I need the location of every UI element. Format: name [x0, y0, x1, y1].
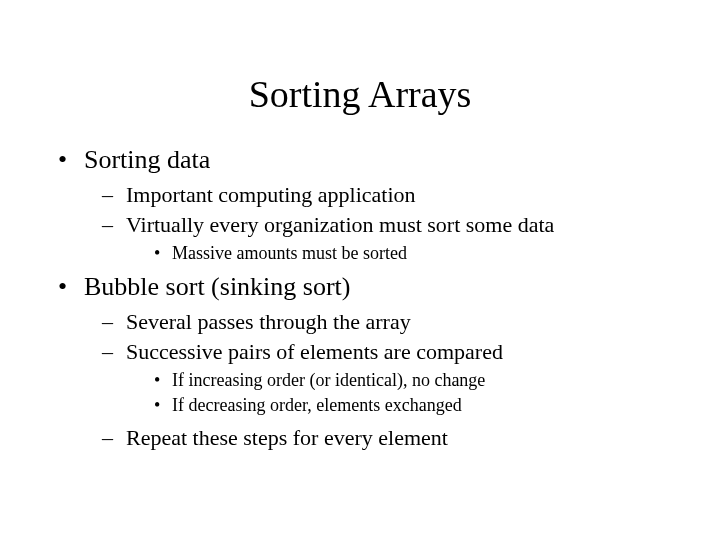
- bullet-list-lvl2: Important computing application Virtuall…: [84, 181, 680, 266]
- list-item: Successive pairs of elements are compare…: [98, 338, 680, 418]
- list-item: Massive amounts must be sorted: [150, 242, 680, 265]
- list-item: If increasing order (or identical), no c…: [150, 369, 680, 392]
- bullet-list-lvl1: Sorting data Important computing applica…: [54, 144, 680, 452]
- bullet-list-lvl3: Massive amounts must be sorted: [126, 242, 680, 265]
- bullet-text: Bubble sort (sinking sort): [84, 272, 351, 301]
- bullet-list-lvl3: If increasing order (or identical), no c…: [126, 369, 680, 418]
- bullet-text: If increasing order (or identical), no c…: [172, 370, 485, 390]
- slide: Sorting Arrays Sorting data Important co…: [0, 72, 720, 540]
- list-item: Bubble sort (sinking sort) Several passe…: [54, 271, 680, 452]
- bullet-text: Massive amounts must be sorted: [172, 243, 407, 263]
- list-item: Sorting data Important computing applica…: [54, 144, 680, 265]
- list-item: Important computing application: [98, 181, 680, 209]
- bullet-text: If decreasing order, elements exchanged: [172, 395, 462, 415]
- list-item: Several passes through the array: [98, 308, 680, 336]
- bullet-text: Sorting data: [84, 145, 210, 174]
- bullet-text: Successive pairs of elements are compare…: [126, 339, 503, 364]
- bullet-list-lvl2: Several passes through the array Success…: [84, 308, 680, 452]
- bullet-text: Repeat these steps for every element: [126, 425, 448, 450]
- list-item: Repeat these steps for every element: [98, 424, 680, 452]
- list-item: If decreasing order, elements exchanged: [150, 394, 680, 417]
- bullet-text: Several passes through the array: [126, 309, 411, 334]
- list-item: Virtually every organization must sort s…: [98, 211, 680, 266]
- slide-content: Sorting data Important computing applica…: [54, 144, 680, 452]
- bullet-text: Virtually every organization must sort s…: [126, 212, 554, 237]
- bullet-text: Important computing application: [126, 182, 416, 207]
- slide-title: Sorting Arrays: [0, 72, 720, 116]
